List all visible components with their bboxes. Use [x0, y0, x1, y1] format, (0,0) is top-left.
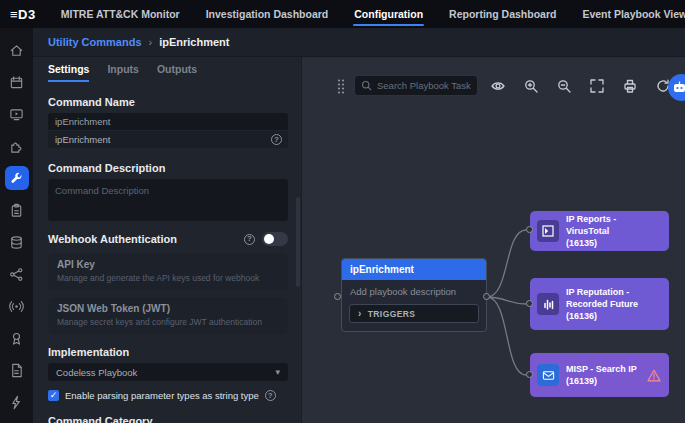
- breadcrumb: Utility Commands › ipEnrichment: [33, 28, 685, 57]
- calendar-icon[interactable]: [0, 66, 33, 98]
- root-output-connector[interactable]: [483, 293, 490, 300]
- integrations-puzzle-icon[interactable]: [0, 130, 33, 162]
- command-name-label: Command Name: [48, 96, 288, 108]
- badge-award-icon[interactable]: [0, 322, 33, 354]
- command-description-input[interactable]: [48, 179, 288, 221]
- fit-screen-icon[interactable]: [589, 78, 605, 94]
- chevron-right-icon: ›: [358, 308, 362, 319]
- preview-eye-icon[interactable]: [490, 78, 506, 94]
- assistant-robot-icon: [673, 81, 685, 94]
- command-name-input[interactable]: [48, 113, 288, 130]
- task-input-connector[interactable]: [526, 300, 533, 307]
- triggers-expander[interactable]: › TRIGGERS: [349, 304, 479, 323]
- utilities-wrench-icon[interactable]: [0, 162, 33, 194]
- schedule-clipboard-icon[interactable]: [0, 194, 33, 226]
- task-node-label: IP Reports - VirusTotal (16135): [566, 213, 661, 249]
- zoom-in-icon[interactable]: [523, 78, 539, 94]
- playbook-task-search[interactable]: [354, 75, 478, 96]
- misp-icon: [537, 364, 559, 386]
- root-node-description[interactable]: Add playbook description: [342, 280, 486, 299]
- breadcrumb-separator: ›: [149, 36, 153, 48]
- task-node-label: IP Reputation - Recorded Future (16136): [566, 286, 638, 322]
- virustotal-icon: [537, 220, 559, 242]
- tab-outputs[interactable]: Outputs: [157, 63, 197, 82]
- breadcrumb-parent-link[interactable]: Utility Commands: [48, 36, 142, 48]
- task-node-misp[interactable]: MISP - Search IP (16139): [530, 353, 669, 397]
- root-node-title: ipEnrichment: [342, 259, 486, 280]
- jwt-card[interactable]: JSON Web Token (JWT) Manage secret keys …: [48, 297, 288, 334]
- tab-configuration[interactable]: Configuration: [341, 0, 436, 28]
- api-key-title: API Key: [57, 259, 279, 270]
- breadcrumb-current: ipEnrichment: [159, 36, 229, 48]
- jwt-title: JSON Web Token (JWT): [57, 303, 279, 314]
- api-key-subtitle: Manage and generate the API keys used fo…: [57, 273, 279, 283]
- d3-logo[interactable]: ≡D3: [0, 7, 48, 22]
- help-icon[interactable]: ?: [244, 234, 255, 245]
- command-description-label: Command Description: [48, 162, 288, 174]
- database-icon[interactable]: [0, 226, 33, 258]
- canvas-toolbar: [336, 75, 685, 96]
- tab-mitre-attack-monitor[interactable]: MITRE ATT&CK Monitor: [48, 0, 193, 28]
- implementation-label: Implementation: [48, 346, 288, 358]
- task-node-label: MISP - Search IP (16139): [566, 363, 637, 387]
- top-navigation: ≡D3 MITRE ATT&CK Monitor Investigation D…: [0, 0, 685, 28]
- help-icon[interactable]: ?: [271, 134, 282, 145]
- parsing-option-row: ✓ Enable parsing parameter types as stri…: [48, 390, 288, 401]
- icon-sidebar: [0, 28, 33, 423]
- monitor-play-icon[interactable]: [0, 98, 33, 130]
- automation-bolt-icon[interactable]: [0, 386, 33, 418]
- playbook-root-node[interactable]: ipEnrichment Add playbook description › …: [341, 258, 487, 332]
- task-node-recorded-future[interactable]: IP Reputation - Recorded Future (16136): [530, 278, 669, 330]
- command-category-label: Command Category: [48, 415, 288, 423]
- print-icon[interactable]: [622, 78, 638, 94]
- implementation-value: Codeless Playbook: [56, 367, 137, 378]
- recorded-future-icon: [537, 293, 559, 315]
- triggers-label: TRIGGERS: [368, 309, 416, 319]
- warning-triangle-icon[interactable]: [647, 369, 661, 382]
- report-document-icon[interactable]: [0, 354, 33, 386]
- tab-settings[interactable]: Settings: [48, 63, 89, 82]
- zoom-out-icon[interactable]: [556, 78, 572, 94]
- panel-tabs: Settings Inputs Outputs: [48, 63, 288, 82]
- drag-handle-icon[interactable]: [336, 78, 346, 94]
- playbook-canvas[interactable]: ipEnrichment Add playbook description › …: [301, 57, 685, 423]
- task-input-connector[interactable]: [526, 371, 533, 378]
- tab-event-playbook-viewer[interactable]: Event Playbook Viewer: [569, 0, 685, 28]
- command-internal-name: ipEnrichment: [55, 134, 110, 145]
- api-key-card[interactable]: API Key Manage and generate the API keys…: [48, 253, 288, 290]
- d3-soar-app: ≡D3 MITRE ATT&CK Monitor Investigation D…: [0, 0, 685, 423]
- webhook-toggle[interactable]: [262, 232, 288, 246]
- broadcast-icon[interactable]: [0, 290, 33, 322]
- webhook-authentication-label: Webhook Authentication: [48, 233, 177, 245]
- command-settings-panel: Settings Inputs Outputs Command Name ipE…: [33, 57, 301, 423]
- webhook-authentication-row: Webhook Authentication ?: [48, 232, 288, 246]
- chevron-down-icon: ▾: [275, 367, 280, 377]
- command-internal-name-row[interactable]: ipEnrichment ?: [48, 131, 288, 148]
- implementation-select[interactable]: Codeless Playbook ▾: [48, 363, 288, 381]
- parsing-option-label: Enable parsing parameter types as string…: [65, 390, 259, 401]
- search-input[interactable]: [377, 80, 471, 91]
- task-node-virustotal[interactable]: IP Reports - VirusTotal (16135): [530, 211, 669, 251]
- tab-inputs[interactable]: Inputs: [107, 63, 139, 82]
- root-input-connector[interactable]: [334, 293, 341, 300]
- task-input-connector[interactable]: [526, 226, 533, 233]
- jwt-subtitle: Manage secret keys and configure JWT aut…: [57, 317, 279, 327]
- help-icon[interactable]: ?: [265, 390, 276, 401]
- canvas-toolbar-icons: [490, 78, 685, 94]
- tab-reporting-dashboard[interactable]: Reporting Dashboard: [436, 0, 569, 28]
- toggle-knob: [264, 234, 274, 244]
- connections-share-icon[interactable]: [0, 258, 33, 290]
- search-icon: [361, 80, 372, 91]
- panel-scrollbar[interactable]: [296, 197, 300, 287]
- home-icon[interactable]: [0, 34, 33, 66]
- tab-investigation-dashboard[interactable]: Investigation Dashboard: [193, 0, 342, 28]
- parsing-checkbox[interactable]: ✓: [48, 390, 59, 401]
